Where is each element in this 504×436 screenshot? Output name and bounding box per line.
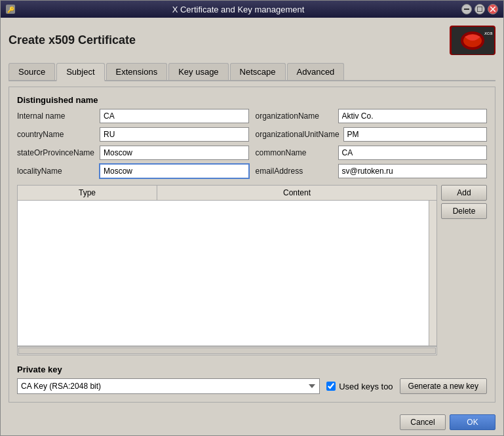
- tab-subject[interactable]: Subject: [56, 63, 104, 81]
- extensions-table: Type Content: [17, 185, 437, 355]
- org-name-row: organizationName: [256, 109, 488, 123]
- country-input[interactable]: [100, 127, 249, 142]
- cancel-button[interactable]: Cancel: [400, 414, 446, 430]
- table-footer: [18, 346, 436, 355]
- distinguished-name-section: Distinguished name Internal name organiz…: [17, 95, 487, 178]
- main-window: 🔑 X Certificate and Key management Creat…: [0, 0, 504, 436]
- tab-advanced[interactable]: Advanced: [287, 63, 345, 80]
- col-type: Type: [18, 186, 157, 200]
- svg-text:🔑: 🔑: [7, 6, 15, 14]
- add-button[interactable]: Add: [441, 185, 487, 201]
- private-key-section: Private key CA Key (RSA:2048 bit) Used k…: [17, 362, 487, 394]
- tab-extensions[interactable]: Extensions: [106, 63, 168, 80]
- titlebar: 🔑 X Certificate and Key management: [1, 1, 503, 18]
- used-keys-checkbox[interactable]: [326, 382, 336, 391]
- state-input[interactable]: [100, 146, 249, 160]
- dn-form: Internal name organizationName countryNa…: [17, 109, 487, 178]
- close-button[interactable]: [488, 4, 498, 14]
- vertical-scrollbar[interactable]: [429, 201, 436, 346]
- internal-name-row: Internal name: [17, 109, 249, 123]
- table-scroll-wrapper: [18, 201, 436, 346]
- app-header: Create x509 Certificate xca: [9, 26, 495, 55]
- org-unit-input[interactable]: [343, 127, 487, 142]
- app-logo: xca: [450, 26, 495, 55]
- locality-label: localityName: [17, 167, 96, 176]
- main-panel: Distinguished name Internal name organiz…: [9, 87, 495, 403]
- app-title: Create x509 Certificate: [9, 33, 136, 47]
- table-body[interactable]: [18, 201, 429, 346]
- org-input[interactable]: [338, 109, 488, 123]
- tab-source[interactable]: Source: [9, 63, 55, 80]
- country-row: countryName: [17, 127, 249, 142]
- footer-buttons: Cancel OK: [1, 410, 503, 435]
- minimize-button[interactable]: [461, 4, 472, 14]
- generate-key-button[interactable]: Generate a new key: [400, 378, 487, 394]
- email-input[interactable]: [338, 164, 488, 178]
- table-header: Type Content: [18, 186, 436, 201]
- private-key-row: CA Key (RSA:2048 bit) Used keys too Gene…: [17, 378, 487, 394]
- internal-name-input[interactable]: [100, 109, 249, 123]
- used-keys-label: Used keys too: [339, 382, 393, 391]
- locality-input[interactable]: [100, 164, 249, 178]
- svg-text:xca: xca: [484, 30, 493, 36]
- table-action-buttons: Add Delete: [441, 185, 487, 355]
- content-area: Create x509 Certificate xca Source Subje…: [1, 18, 503, 410]
- ok-button[interactable]: OK: [450, 414, 495, 430]
- key-select[interactable]: CA Key (RSA:2048 bit): [17, 378, 320, 394]
- dn-section-title: Distinguished name: [17, 95, 487, 105]
- locality-row: localityName: [17, 164, 249, 178]
- email-row: emailAddress: [256, 164, 488, 178]
- common-name-label: commonName: [256, 148, 334, 157]
- common-name-row: commonName: [256, 146, 488, 160]
- app-icon: 🔑: [6, 5, 15, 14]
- org-unit-label: organizationalUnitName: [256, 130, 339, 139]
- col-content: Content: [157, 186, 436, 200]
- tab-netscape[interactable]: Netscape: [230, 63, 286, 80]
- internal-name-label: Internal name: [17, 111, 96, 121]
- tab-bar: Source Subject Extensions Key usage Nets…: [9, 63, 495, 81]
- state-row: stateOrProvinceName: [17, 146, 249, 160]
- svg-rect-3: [477, 7, 482, 12]
- svg-rect-2: [464, 9, 469, 10]
- delete-button[interactable]: Delete: [441, 203, 487, 219]
- window-controls: [461, 4, 498, 14]
- org-unit-row: organizationalUnitName: [256, 127, 488, 142]
- tab-key-usage[interactable]: Key usage: [168, 63, 228, 80]
- used-keys-checkbox-group: Used keys too: [326, 382, 393, 391]
- org-label: organizationName: [256, 111, 334, 121]
- window-title: X Certificate and Key management: [15, 5, 461, 14]
- private-key-title: Private key: [17, 365, 487, 374]
- state-label: stateOrProvinceName: [17, 148, 96, 157]
- maximize-button[interactable]: [475, 4, 485, 14]
- common-name-input[interactable]: [338, 146, 488, 160]
- country-label: countryName: [17, 130, 96, 139]
- extensions-table-area: Type Content Add Delete: [17, 185, 487, 355]
- email-label: emailAddress: [256, 167, 334, 176]
